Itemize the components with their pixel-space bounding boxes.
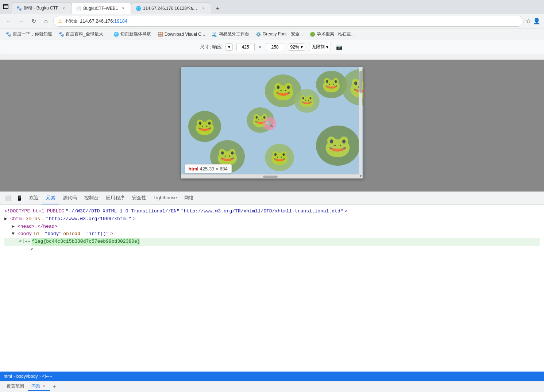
tooltip-dimensions: 425.33 × 684 [200, 166, 228, 172]
bookmark-greasy-fork-label: Greasy Fork - 安全... [263, 31, 303, 37]
bookmark-qiemei-icon: 🌐 [113, 32, 119, 37]
bottom-tab-coverage-label: 覆盖范围 [7, 383, 24, 389]
devtools-panel: ⬜ 📱 欢迎 元素 源代码 控制台 应用程序 安全性 Lighthouse [0, 191, 544, 392]
bookmark-wangyi[interactable]: 🌊 网易见外工作台 [209, 30, 252, 38]
bottom-tab-issues-close[interactable]: × [42, 384, 47, 389]
home-button[interactable]: ⌂ [41, 16, 51, 26]
breadcrumb-comment[interactable]: <!--→ [42, 374, 53, 379]
zoom-select[interactable]: 92% ▾ [288, 43, 305, 51]
breadcrumb-sep-1: › [13, 374, 15, 379]
zoom-chevron-icon: ▾ [301, 45, 303, 50]
page-preview-area: 🐸 🐸 🐸 🐸 🐸 🐸 🐸 🐸 🐸 ▼ html 425.33 × 684 [0, 60, 544, 191]
tab-console[interactable]: 控制台 [81, 192, 102, 204]
responsive-toolbar: 尺寸: 响应 ▾ × 92% ▾ 无限制 ▾ 📷 [0, 40, 544, 54]
address-bar[interactable]: ⚠ 不安全 114.67.246.176:19184 [53, 16, 524, 27]
bottom-tab-add-button[interactable]: + [50, 383, 58, 391]
scrollbar-thumb[interactable] [359, 71, 362, 93]
unlimited-chevron-icon: ▾ [326, 45, 328, 50]
bookmark-wangyi-icon: 🌊 [212, 32, 217, 37]
tab-2-close[interactable]: × [120, 5, 126, 11]
body-attr-eq1: = [40, 230, 43, 238]
bookmark-baidu[interactable]: 🐾 百度一下，你就知道 [3, 30, 55, 38]
horizontal-scroll[interactable] [181, 174, 360, 178]
bookmark-baike-label: 百度百科_全球最大... [66, 31, 107, 37]
profile-button[interactable]: 👤 [533, 18, 540, 24]
tab-network[interactable]: 网络 [181, 192, 197, 204]
tab-more[interactable]: + [197, 194, 205, 202]
bookmark-download-label: Download Visual C... [165, 32, 205, 37]
forward-button[interactable]: → [16, 16, 26, 26]
unlimited-select[interactable]: 无限制 ▾ [309, 43, 331, 51]
star-button[interactable]: ☆ [526, 18, 531, 24]
devtools-tabs-bar: ⬜ 📱 欢迎 元素 源代码 控制台 应用程序 安全性 Lighthouse [0, 192, 544, 205]
tab-1-close[interactable]: × [61, 5, 66, 11]
tab-lighthouse[interactable]: Lighthouse [150, 192, 181, 204]
body-arrow[interactable]: ▼ [12, 230, 16, 238]
page-scrollbar[interactable]: ▼ [359, 67, 362, 178]
bottom-tab-issues-label: 问题 [31, 383, 40, 389]
frog-5: 🐸 [188, 111, 221, 142]
address-port: 19184 [114, 18, 127, 24]
breadcrumb-body[interactable]: body#body [16, 374, 38, 379]
code-line-4: ▼ <body id="body" onload="init()"> [4, 230, 540, 238]
responsive-size-select[interactable]: ▾ [225, 43, 233, 51]
bottom-tab-issues[interactable]: 问题 × [28, 383, 50, 391]
times-icon: × [259, 45, 262, 50]
breadcrumb-sep-2: › [39, 374, 40, 379]
bookmark-qiemei[interactable]: 🌐 切页新媒体导航 [111, 30, 154, 38]
body-tag-close: > [110, 230, 113, 238]
ruler [0, 54, 544, 60]
body-attr-eq2: = [82, 230, 85, 238]
body-attr-id-name: id [33, 230, 39, 238]
tab-1[interactable]: 🐾 滑稽 - Bugku CTF × [12, 2, 71, 14]
bookmark-baidu-label: 百度一下，你就知道 [13, 31, 52, 37]
width-input[interactable] [236, 43, 255, 51]
tab-application[interactable]: 应用程序 [102, 192, 128, 204]
tab-3-close[interactable]: × [201, 5, 207, 11]
bookmark-download-visual[interactable]: 🪟 Download Visual C... [155, 31, 208, 38]
unlimited-label: 无限制 [312, 44, 325, 50]
doctype-close: > [345, 208, 348, 215]
head-tag-arrow[interactable]: ▶ [12, 223, 16, 231]
navigation-toolbar: ← → ↻ ⌂ ⚠ 不安全 114.67.246.176:19184 ☆ 👤 [0, 14, 544, 28]
chevron-down-icon: ▾ [228, 45, 230, 50]
code-line-5: <!--flag{bc44c3c15b330d7c57eeb99bd302380… [4, 238, 540, 246]
doctype-value: "-//W3C//DTD XHTML 1.0 Transitional//EN" [66, 208, 180, 215]
tooltip-tag: html [189, 166, 198, 172]
h-scroll-thumb[interactable] [263, 176, 278, 178]
tab-welcome-label: 欢迎 [29, 195, 39, 201]
tabs-container: 🐾 滑稽 - Bugku CTF × 📄 BugkuCTF-WEB1 × 🌐 1… [12, 0, 541, 14]
tab-welcome[interactable]: 欢迎 [26, 192, 42, 204]
warning-icon: ⚠ [58, 18, 62, 24]
bookmark-greasy-fork[interactable]: ⚙️ Greasy Fork - 安全... [253, 30, 306, 38]
tab-2-title: BugkuCTF-WEB1 [83, 6, 118, 11]
tab-2[interactable]: 📄 BugkuCTF-WEB1 × [71, 2, 131, 14]
bookmark-greasy-fork-icon: ⚙️ [256, 32, 261, 37]
bookmark-academic[interactable]: 🟢 学术搜索 - 站在巨... [307, 30, 358, 38]
height-input[interactable] [266, 43, 284, 51]
bookmarks-bar: 🐾 百度一下，你就知道 🐾 百度百科_全球最大... 🌐 切页新媒体导航 🪟 D… [0, 28, 544, 40]
html-arrow[interactable]: ▶ [4, 215, 9, 223]
tab-elements[interactable]: 元素 [42, 192, 59, 204]
device-toggle-button[interactable]: 📱 [14, 193, 25, 204]
inspect-icon: 🔍 [263, 117, 276, 130]
new-tab-button[interactable]: + [213, 4, 223, 14]
tab-3[interactable]: 🌐 114.67.246.176:16128/?args=GE... × [131, 2, 211, 14]
body-attr-id-val: "body" [45, 230, 62, 238]
ruler-marks [0, 54, 544, 60]
breadcrumb-html[interactable]: html [4, 374, 12, 379]
browser-window: 🗔 🐾 滑稽 - Bugku CTF × 📄 BugkuCTF-WEB1 × 🌐… [0, 0, 544, 392]
tab-network-label: 网络 [184, 195, 194, 201]
tab-security[interactable]: 安全性 [128, 192, 150, 204]
doctype-url: "http://www.w3.org/TR/xhtml1/DTD/xhtml1-… [181, 208, 343, 215]
tab-sources[interactable]: 源代码 [59, 192, 81, 204]
address-text: 114.67.246.176:19184 [80, 18, 519, 24]
bookmark-baike[interactable]: 🐾 百度百科_全球最大... [56, 30, 110, 38]
reload-button[interactable]: ↻ [28, 16, 39, 26]
inspect-element-button[interactable]: ⬜ [2, 193, 13, 204]
back-button[interactable]: ← [4, 16, 14, 26]
bottom-tab-coverage[interactable]: 覆盖范围 [3, 383, 28, 391]
bookmark-wangyi-label: 网易见外工作台 [219, 31, 249, 37]
html-tag-open: <html [10, 215, 24, 223]
capture-button[interactable]: 📷 [335, 42, 344, 52]
